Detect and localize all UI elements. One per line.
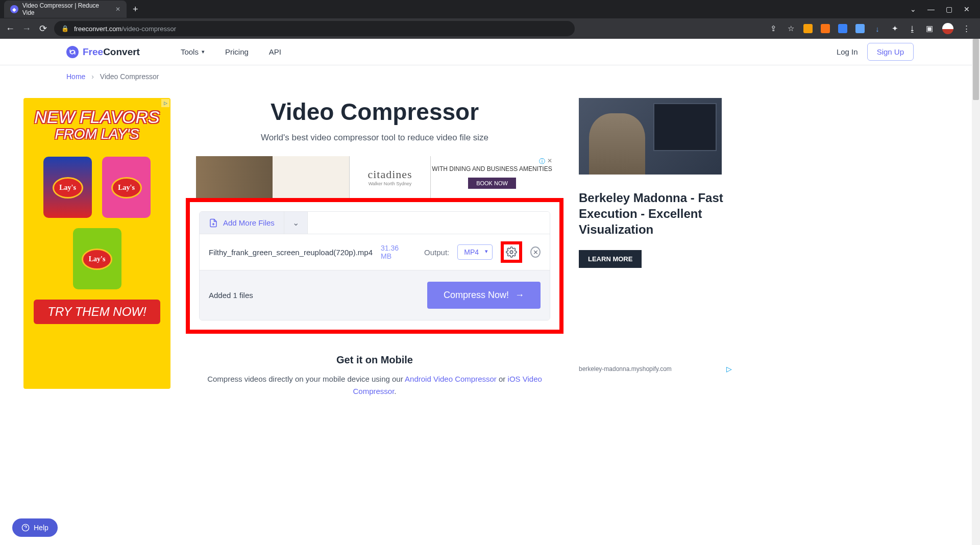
back-button[interactable]: ← bbox=[5, 23, 15, 34]
adchoices-icon[interactable]: ⓘ bbox=[539, 157, 545, 166]
android-link[interactable]: Android Video Compressor bbox=[405, 375, 497, 383]
nav-pricing[interactable]: Pricing bbox=[225, 47, 249, 56]
close-window-icon[interactable]: ✕ bbox=[964, 5, 970, 13]
bookmark-star-icon[interactable]: ☆ bbox=[786, 24, 795, 33]
ad-chip: Lay's bbox=[73, 228, 121, 289]
compress-now-button[interactable]: Compress Now! → bbox=[427, 282, 541, 309]
page-subtitle: World's best video compressor tool to re… bbox=[186, 133, 564, 143]
scrollbar[interactable] bbox=[972, 39, 980, 545]
add-more-label: Add More Files bbox=[223, 218, 275, 227]
new-tab-button[interactable]: + bbox=[127, 4, 144, 15]
brand-free: Free bbox=[83, 46, 103, 57]
inline-ad-banner[interactable]: citadines Walker North Sydney WITH DININ… bbox=[196, 156, 553, 198]
extension-icon[interactable] bbox=[821, 24, 830, 33]
devices-icon[interactable]: ▣ bbox=[925, 24, 934, 33]
ad-image bbox=[196, 156, 349, 198]
breadcrumb-current: Video Compressor bbox=[100, 72, 159, 81]
chevron-down-icon[interactable]: ⌄ bbox=[910, 5, 916, 13]
ad-chip: Lay's bbox=[102, 157, 151, 218]
extensions-puzzle-icon[interactable]: ✦ bbox=[890, 24, 899, 33]
signup-button[interactable]: Sign Up bbox=[867, 43, 914, 61]
browser-tab[interactable]: ◆ Video Compressor | Reduce Vide ✕ bbox=[4, 1, 127, 18]
right-ad-image[interactable] bbox=[579, 98, 722, 175]
breadcrumb: Home › Video Compressor bbox=[0, 65, 980, 88]
ad-chip: Lay's bbox=[43, 157, 92, 218]
scrollbar-thumb[interactable] bbox=[973, 39, 979, 100]
forward-button[interactable]: → bbox=[21, 23, 32, 34]
logo-icon bbox=[66, 46, 79, 58]
page-title: Video Compressor bbox=[186, 98, 564, 126]
downloads-icon[interactable]: ⭳ bbox=[908, 24, 917, 33]
ad-brand: citadines bbox=[368, 168, 412, 181]
page-viewport: FreeConvert Tools ▾ Pricing API Log In S… bbox=[0, 39, 980, 545]
reload-button[interactable]: ⟳ bbox=[38, 23, 48, 34]
brand-logo[interactable]: FreeConvert bbox=[66, 46, 140, 58]
adchoices-icon[interactable]: ▷ bbox=[726, 365, 732, 373]
chevron-down-icon: ⌄ bbox=[292, 218, 299, 227]
file-row: Filthy_frank_green_screen_reupload(720p)… bbox=[200, 234, 550, 270]
lock-icon: 🔒 bbox=[61, 25, 69, 32]
highlight-annotation bbox=[501, 241, 522, 263]
svg-point-2 bbox=[510, 251, 513, 254]
browser-chrome: ◆ Video Compressor | Reduce Vide ✕ + ⌄ —… bbox=[0, 0, 980, 39]
brand-convert: Convert bbox=[103, 46, 140, 57]
ad-text: WITH DINING AND BUSINESS AMENITIES bbox=[432, 165, 552, 174]
ad-headline: NEW FLAVORS FROM LAY'S bbox=[34, 108, 160, 141]
nav-api[interactable]: API bbox=[269, 47, 281, 56]
file-plus-icon bbox=[209, 218, 218, 228]
chevron-down-icon: ▾ bbox=[202, 48, 205, 55]
ad-book-button[interactable]: BOOK NOW bbox=[468, 178, 516, 189]
added-files-count: Added 1 files bbox=[209, 291, 253, 300]
output-label: Output: bbox=[424, 248, 449, 257]
help-label: Help bbox=[34, 524, 48, 532]
right-ad-domain: berkeley-madonna.myshopify.com ▷ bbox=[579, 365, 732, 373]
maximize-icon[interactable]: ▢ bbox=[946, 5, 952, 13]
compress-label: Compress Now! bbox=[444, 290, 509, 301]
mobile-section: Get it on Mobile Compress videos directl… bbox=[186, 354, 564, 398]
tab-close-icon[interactable]: ✕ bbox=[115, 6, 120, 13]
minimize-icon[interactable]: — bbox=[927, 5, 935, 13]
arrow-right-icon: → bbox=[515, 290, 524, 301]
share-icon[interactable]: ⇪ bbox=[769, 24, 778, 33]
settings-gear-icon[interactable] bbox=[506, 246, 517, 258]
adchoices-icon[interactable]: ▷ bbox=[161, 99, 169, 107]
highlight-annotation: Add More Files ⌄ Filthy_frank_green_scre… bbox=[186, 198, 564, 334]
menu-dots-icon[interactable]: ⋮ bbox=[962, 24, 971, 33]
extension-icon[interactable] bbox=[855, 24, 865, 33]
browser-toolbar: ← → ⟳ 🔒 freeconvert.com/video-compressor… bbox=[0, 18, 980, 39]
url-text: freeconvert.com/video-compressor bbox=[74, 25, 176, 33]
remove-file-button[interactable]: ✕ bbox=[530, 246, 541, 258]
action-row: Added 1 files Compress Now! → bbox=[200, 270, 550, 320]
site-header: FreeConvert Tools ▾ Pricing API Log In S… bbox=[0, 39, 980, 65]
right-ad-column: Berkeley Madonna - Fast Execution - Exce… bbox=[579, 98, 732, 398]
main-content: Video Compressor World's best video comp… bbox=[186, 98, 564, 398]
output-format-select[interactable]: MP4 bbox=[457, 244, 493, 260]
left-ad-column: ▷ NEW FLAVORS FROM LAY'S Lay's Lay's Lay… bbox=[23, 98, 170, 398]
add-more-dropdown[interactable]: ⌄ bbox=[284, 212, 308, 234]
mobile-title: Get it on Mobile bbox=[196, 354, 553, 366]
left-ad-banner[interactable]: ▷ NEW FLAVORS FROM LAY'S Lay's Lay's Lay… bbox=[23, 98, 170, 389]
learn-more-button[interactable]: LEARN MORE bbox=[579, 250, 642, 268]
tab-bar: ◆ Video Compressor | Reduce Vide ✕ + ⌄ —… bbox=[0, 0, 980, 18]
breadcrumb-home[interactable]: Home bbox=[66, 72, 85, 81]
help-widget[interactable]: Help bbox=[12, 518, 58, 537]
extension-icon[interactable] bbox=[838, 24, 847, 33]
add-more-files-button[interactable]: Add More Files bbox=[200, 212, 284, 234]
favicon-icon: ◆ bbox=[10, 5, 18, 13]
right-ad-title: Berkeley Madonna - Fast Execution - Exce… bbox=[579, 190, 732, 238]
ad-cta-button[interactable]: TRY THEM NOW! bbox=[34, 300, 160, 324]
file-name: Filthy_frank_green_screen_reupload(720p)… bbox=[209, 248, 373, 257]
url-bar[interactable]: 🔒 freeconvert.com/video-compressor bbox=[54, 21, 575, 36]
download-arrow-icon[interactable]: ↓ bbox=[873, 24, 882, 33]
help-icon bbox=[21, 524, 30, 532]
mobile-text: Compress videos directly on your mobile … bbox=[201, 373, 548, 398]
chevron-right-icon: › bbox=[91, 72, 94, 81]
ad-tagline: Walker North Sydney bbox=[369, 181, 412, 186]
nav-tools[interactable]: Tools ▾ bbox=[181, 47, 205, 56]
login-button[interactable]: Log In bbox=[837, 47, 858, 56]
profile-avatar[interactable] bbox=[942, 23, 953, 34]
tab-title: Video Compressor | Reduce Vide bbox=[22, 2, 111, 16]
close-ad-icon[interactable]: ✕ bbox=[547, 157, 552, 166]
file-size: 31.36 MB bbox=[381, 244, 408, 260]
extension-icon[interactable] bbox=[803, 24, 813, 33]
